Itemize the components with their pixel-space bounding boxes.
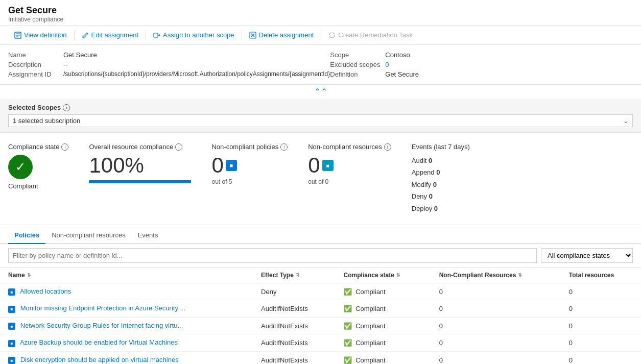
- compliance-progress-bar: [89, 180, 191, 183]
- row-1-name: ■ Monitor missing Endpoint Protection in…: [0, 300, 253, 318]
- overall-compliance-info-icon[interactable]: i: [175, 143, 182, 151]
- row-3-name: ■ Azure Backup should be enabled for Vir…: [0, 334, 253, 352]
- collapse-button[interactable]: ⌃⌃: [0, 85, 641, 99]
- overall-compliance-value: 100%: [89, 155, 191, 176]
- edit-assignment-button[interactable]: Edit assignment: [76, 29, 145, 41]
- non-compliant-resources-info-icon[interactable]: i: [384, 143, 391, 151]
- svg-rect-4: [154, 33, 158, 37]
- row-1-non-compliant: 0: [431, 300, 561, 318]
- compliant-checkmark-2: ✅: [344, 322, 352, 330]
- policy-filter-input[interactable]: [8, 248, 537, 263]
- tab-non-compliant-resources[interactable]: Non-compliant resources: [45, 227, 132, 244]
- event-append: Append 0: [412, 166, 470, 178]
- row-4-name-link[interactable]: Disk encryption should be applied on vir…: [20, 356, 179, 363]
- assign-scope-button[interactable]: Assign to another scope: [147, 29, 240, 41]
- row-1-effect: AuditIfNotExists: [253, 300, 336, 318]
- row-icon-4: ■: [8, 357, 15, 364]
- row-0-name-link[interactable]: Allowed locations: [20, 287, 71, 295]
- event-audit: Audit 0: [412, 155, 470, 166]
- filter-bar: All compliance states: [0, 244, 641, 268]
- toolbar: View definition Edit assignment Assign t…: [0, 26, 641, 45]
- col-total-resources: Total resources: [561, 268, 641, 283]
- metadata-section: Name Get Secure Description -- Assignmen…: [0, 45, 641, 85]
- tab-events[interactable]: Events: [132, 227, 164, 244]
- col-effect-type: Effect Type ⇅: [253, 268, 336, 283]
- non-compliant-policies-card: Non-compliant policies i 0 ■ out of 5: [211, 143, 288, 214]
- row-1-compliance: ✅ Compliant: [336, 300, 431, 318]
- non-compliant-policies-title: Non-compliant policies i: [211, 143, 288, 151]
- compliance-sort-icon[interactable]: ⇅: [396, 273, 400, 278]
- row-3-non-compliant: 0: [431, 334, 561, 352]
- non-compliant-resources-title: Non-compliant resources i: [308, 143, 391, 151]
- row-4-name: ■ Disk encryption should be applied on v…: [0, 351, 253, 364]
- meta-assignment-id-row: Assignment ID /subscriptions/{subscripti…: [8, 69, 330, 79]
- row-icon-1: ■: [8, 306, 15, 313]
- edit-icon: [82, 32, 89, 39]
- col-name: Name ⇅: [0, 268, 253, 283]
- non-compliant-resources-out-of: out of 0: [308, 178, 391, 185]
- compliance-state-filter[interactable]: All compliance states: [541, 248, 633, 263]
- row-0-effect: Deny: [253, 283, 336, 300]
- row-icon-2: ■: [8, 323, 15, 330]
- row-0-total: 0: [561, 283, 641, 300]
- table-row: ■ Monitor missing Endpoint Protection in…: [0, 300, 641, 318]
- policy-icon: ■: [226, 160, 237, 171]
- view-definition-icon: [14, 32, 21, 39]
- row-1-total: 0: [561, 300, 641, 318]
- metadata-left: Name Get Secure Description -- Assignmen…: [8, 50, 330, 79]
- scopes-info-icon[interactable]: i: [63, 104, 70, 111]
- col-compliance-state: Compliance state ⇅: [336, 268, 431, 283]
- overall-compliance-card: Overall resource compliance i 100%: [89, 143, 191, 214]
- page-subtitle: Initiative compliance: [8, 16, 633, 23]
- compliance-state-info-icon[interactable]: i: [61, 143, 68, 151]
- metrics-section: Compliance state i ✓ Compliant Overall r…: [0, 133, 641, 225]
- metadata-right: Scope Contoso Excluded scopes 0 Definiti…: [330, 50, 633, 79]
- row-4-compliance: ✅ Compliant: [336, 351, 431, 364]
- toolbar-separator-2: [146, 30, 146, 40]
- row-4-effect: AuditIfNotExists: [253, 351, 336, 364]
- create-remediation-button[interactable]: Create Remediation Task: [322, 29, 419, 41]
- meta-definition-row: Definition Get Secure: [330, 69, 633, 79]
- row-4-total: 0: [561, 351, 641, 364]
- row-2-name-link[interactable]: Network Security Group Rules for Interne…: [20, 322, 183, 329]
- non-compliant-policies-out-of: out of 5: [211, 178, 288, 185]
- delete-icon: [249, 32, 256, 39]
- event-deploy: Deploy 0: [412, 203, 470, 214]
- events-list: Audit 0 Append 0 Modify 0 Deny 0 Deploy …: [412, 155, 470, 214]
- tabs-bar: Policies Non-compliant resources Events: [0, 227, 641, 244]
- col-non-compliant-resources: Non-Compliant Resources ⇅: [431, 268, 561, 283]
- row-0-compliance: ✅ Compliant: [336, 283, 431, 300]
- tab-policies[interactable]: Policies: [8, 227, 45, 244]
- meta-scope-row: Scope Contoso: [330, 50, 633, 60]
- non-compliant-resources-value: 0: [308, 155, 320, 176]
- row-2-compliance: ✅ Compliant: [336, 317, 431, 334]
- non-compliant-policies-info-icon[interactable]: i: [280, 143, 288, 151]
- row-1-name-link[interactable]: Monitor missing Endpoint Protection in A…: [20, 304, 186, 312]
- row-icon-0: ■: [8, 288, 15, 296]
- non-compliant-sort-icon[interactable]: ⇅: [518, 273, 522, 278]
- scopes-dropdown[interactable]: 1 selected subscription ⌄: [8, 114, 633, 127]
- row-0-name: ■ Allowed locations: [0, 283, 253, 300]
- row-2-name: ■ Network Security Group Rules for Inter…: [0, 317, 253, 334]
- table-row: ■ Allowed locations Deny ✅ Compliant 0 0: [0, 283, 641, 300]
- remediation-icon: [328, 32, 336, 39]
- table-row: ■ Network Security Group Rules for Inter…: [0, 317, 641, 334]
- chevron-down-icon: ⌄: [623, 117, 628, 125]
- row-3-compliance: ✅ Compliant: [336, 334, 431, 352]
- toolbar-separator-1: [74, 30, 75, 40]
- row-3-effect: AuditIfNotExists: [253, 334, 336, 352]
- delete-assignment-button[interactable]: Delete assignment: [243, 29, 320, 41]
- resource-icon: ■: [322, 160, 334, 171]
- row-0-non-compliant: 0: [431, 283, 561, 300]
- events-title: Events (last 7 days): [412, 143, 470, 151]
- view-definition-button[interactable]: View definition: [8, 29, 73, 41]
- row-3-name-link[interactable]: Azure Backup should be enabled for Virtu…: [20, 338, 178, 346]
- compliance-state-title: Compliance state i: [8, 143, 68, 151]
- table-body: ■ Allowed locations Deny ✅ Compliant 0 0…: [0, 283, 641, 364]
- row-2-total: 0: [561, 317, 641, 334]
- name-sort-icon[interactable]: ⇅: [27, 273, 31, 278]
- policies-table-container: Name ⇅ Effect Type ⇅ Compliance state ⇅: [0, 268, 641, 364]
- compliant-checkmark-0: ✅: [344, 288, 352, 296]
- effect-sort-icon[interactable]: ⇅: [296, 273, 300, 278]
- meta-excluded-scopes-row: Excluded scopes 0: [330, 60, 633, 69]
